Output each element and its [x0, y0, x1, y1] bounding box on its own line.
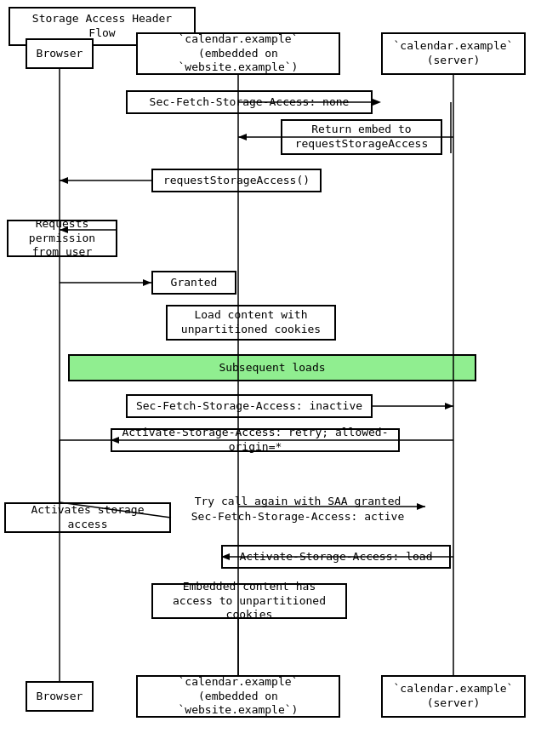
server-bottom-box: `calendar.example` (server): [381, 675, 526, 718]
browser-bottom-box: Browser: [26, 681, 94, 712]
embed-bottom-box: `calendar.example` (embedded on `website…: [136, 675, 340, 718]
subsequent-loads-box: Subsequent loads: [68, 354, 476, 381]
try-call-again-label: Try call again with SAA granted Sec-Fetc…: [170, 494, 425, 524]
svg-marker-10: [60, 177, 68, 184]
activate-retry-box: Activate-Storage-Access: retry; allowed-…: [111, 428, 400, 452]
activate-load-box: Activate-Storage-Access: load: [221, 545, 451, 569]
embed-top-box: `calendar.example` (embedded on `website…: [136, 32, 340, 75]
load-content-box: Load content with unpartitioned cookies: [166, 305, 336, 341]
diagram-container: Storage Access Header Flow Browser `cale…: [0, 0, 541, 756]
sec-fetch-none-box: Sec-Fetch-Storage-Access: none: [126, 90, 373, 114]
svg-marker-4: [373, 99, 381, 106]
granted-box: Granted: [151, 271, 236, 295]
server-top-box: `calendar.example` (server): [381, 32, 526, 75]
sec-fetch-inactive-box: Sec-Fetch-Storage-Access: inactive: [126, 394, 373, 418]
embedded-content-box: Embedded content has access to unpartiti…: [151, 583, 347, 619]
svg-marker-16: [445, 403, 453, 410]
requests-permission-box: Requests permission from user: [7, 220, 117, 257]
browser-top-box: Browser: [26, 38, 94, 69]
svg-marker-8: [238, 134, 247, 140]
request-storage-box: requestStorageAccess(): [151, 169, 322, 192]
activates-storage-box: Activates storage access: [4, 502, 171, 533]
svg-marker-14: [143, 279, 151, 286]
return-embed-box: Return embed to requestStorageAccess: [281, 119, 442, 155]
